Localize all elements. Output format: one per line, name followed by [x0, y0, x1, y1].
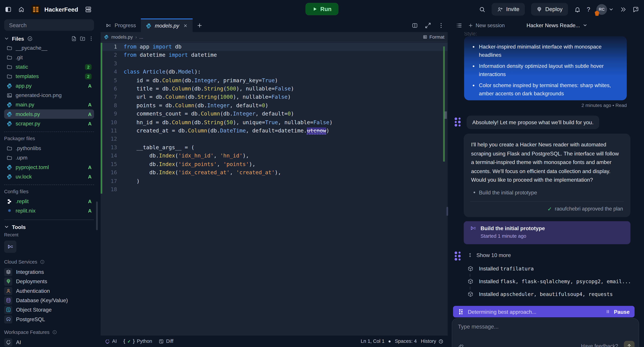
tab-progress[interactable]: Progress: [100, 19, 141, 32]
sidebar-item-postgresql[interactable]: PostgreSQL: [4, 314, 94, 324]
breadcrumb-file[interactable]: models.py: [111, 34, 133, 39]
code-text: url = db.Column(db.String(1000), nullabl…: [124, 93, 291, 102]
search-icon[interactable]: [479, 6, 486, 13]
file-item-.git[interactable]: .git: [4, 53, 94, 62]
sidebar-toggle-icon[interactable]: [5, 6, 12, 13]
new-tab-button[interactable]: [193, 19, 206, 32]
recent-progress-tool[interactable]: [4, 241, 16, 253]
status-ai[interactable]: AI: [105, 338, 117, 344]
sidebar-item-database-key-value[interactable]: Database (Key/Value): [4, 296, 94, 305]
sidebar-item-object-storage[interactable]: 1001Object Storage: [4, 305, 94, 314]
files-menu-icon[interactable]: [88, 36, 94, 42]
repl-resources-icon[interactable]: [85, 6, 92, 13]
sidebar-item-ai[interactable]: AI: [4, 337, 94, 347]
status-language[interactable]: {✓} Python: [124, 338, 152, 344]
history-button[interactable]: History: [421, 338, 444, 344]
task-card[interactable]: Build the initial prototype Started 1 mi…: [464, 221, 630, 244]
file-item-uv.lock[interactable]: uv.lockA: [4, 172, 94, 181]
file-item-static[interactable]: static2: [4, 62, 94, 72]
code-line[interactable]: 5 id = db.Column(db.Integer, primary_key…: [100, 76, 448, 85]
breadcrumb-more[interactable]: ...: [139, 34, 143, 39]
feedback-link[interactable]: Have feedback?: [581, 343, 618, 347]
file-item-__pycache__[interactable]: __pycache__: [4, 43, 94, 53]
split-view-icon[interactable]: [412, 22, 418, 29]
editor-menu-icon[interactable]: [438, 22, 444, 29]
file-item-app.py[interactable]: app.pyA: [4, 81, 94, 90]
editor-scrollbar-thumb[interactable]: [444, 112, 447, 119]
account-menu[interactable]: RC: [596, 4, 614, 15]
pause-button[interactable]: Pause: [605, 308, 630, 315]
code-line[interactable]: 18: [100, 185, 448, 194]
file-item-.upm[interactable]: .upm: [4, 153, 94, 162]
file-item-generated-icon.png[interactable]: generated-icon.png: [4, 91, 94, 100]
file-item-.pythonlibs[interactable]: .pythonlibs: [4, 144, 94, 153]
code-line[interactable]: 13 __table_args__ = (: [100, 143, 448, 152]
task-subtitle: Started 1 minute ago: [480, 233, 624, 239]
code-line[interactable]: 16 db.Index('idx_created_at', 'created_a…: [100, 169, 448, 177]
file-item-templates[interactable]: templates2: [4, 72, 94, 81]
file-checks-icon[interactable]: [27, 36, 33, 42]
panel-scrollbar-thumb[interactable]: [446, 207, 448, 216]
format-button[interactable]: Format: [422, 34, 444, 39]
sidebar-scrollbar-thumb[interactable]: [96, 201, 98, 230]
info-icon[interactable]: [52, 330, 57, 334]
code-line[interactable]: 8 points = db.Column(db.Integer, default…: [100, 102, 448, 110]
code-line[interactable]: 6 title = db.Column(db.String(500), null…: [100, 85, 448, 93]
show-more-button[interactable]: Show 10 more: [468, 252, 511, 258]
code-line[interactable]: 12: [100, 135, 448, 143]
new-folder-icon[interactable]: [80, 36, 85, 42]
sidebar-item-deployments[interactable]: Deployments: [4, 277, 94, 286]
tools-header[interactable]: Tools: [4, 222, 94, 231]
message-composer[interactable]: Type message... Have feedback?: [452, 318, 639, 347]
code-line[interactable]: 14 db.Index('idx_hn_id', 'hn_id'),: [100, 152, 448, 160]
project-title[interactable]: HackerFeed: [44, 6, 78, 13]
sidebar-item-integrations[interactable]: Integrations: [4, 267, 94, 277]
home-icon[interactable]: [18, 6, 25, 13]
session-list-icon[interactable]: [456, 22, 462, 29]
search-input[interactable]: Search: [4, 19, 94, 31]
indentation[interactable]: Spaces: 4: [395, 338, 417, 344]
expand-icon[interactable]: [425, 22, 431, 29]
file-item-pyproject.toml[interactable]: pyproject.tomlA: [4, 162, 94, 172]
notifications-icon[interactable]: [574, 6, 580, 13]
tab-models-py[interactable]: models.py: [141, 19, 193, 32]
run-button[interactable]: Run: [306, 3, 338, 15]
chevron-down-icon[interactable]: [4, 36, 9, 41]
deploy-button[interactable]: Deploy: [531, 3, 568, 16]
session-title[interactable]: Hacker News Reade...: [526, 19, 588, 32]
project-icon[interactable]: [31, 5, 40, 14]
code-line[interactable]: 10 hn_id = db.Column(db.String(50), uniq…: [100, 118, 448, 127]
replit-agent-logo: [458, 308, 464, 315]
send-button[interactable]: [624, 341, 634, 347]
file-item-.replit[interactable]: .replitA: [4, 197, 94, 206]
file-item-scraper.py[interactable]: scraper.pyA: [4, 119, 94, 128]
ai-chat-icon[interactable]: [632, 6, 639, 13]
file-item-main.py[interactable]: main.pyA: [4, 100, 94, 109]
composer-placeholder: Type message...: [458, 323, 633, 330]
file-item-replit.nix[interactable]: ❄replit.nixA: [4, 206, 94, 215]
file-item-models.py[interactable]: models.pyA: [4, 109, 94, 119]
cursor-position[interactable]: Ln 1, Col 1: [361, 338, 384, 344]
code-line[interactable]: 17 ): [100, 177, 448, 185]
invite-button[interactable]: Invite: [492, 3, 525, 16]
help-icon[interactable]: ?: [587, 6, 590, 13]
code-line[interactable]: 3: [100, 60, 448, 68]
code-line[interactable]: 9 comments_count = db.Column(db.Integer,…: [100, 110, 448, 118]
code-line[interactable]: 7 url = db.Column(db.String(1000), nulla…: [100, 93, 448, 102]
close-tab-icon[interactable]: [183, 24, 188, 28]
file-name: main.py: [16, 102, 85, 108]
attach-icon[interactable]: [458, 343, 464, 347]
code-line[interactable]: 15 db.Index('idx_points', 'points'),: [100, 160, 448, 169]
new-session-button[interactable]: New session: [468, 22, 505, 28]
connector-line: [470, 274, 470, 277]
code-line[interactable]: 2from datetime import datetime: [100, 51, 448, 60]
new-file-icon[interactable]: [71, 36, 77, 42]
sidebar-item-authentication[interactable]: Authentication: [4, 286, 94, 295]
code-line[interactable]: 11 created_at = db.Column(db.DateTime, d…: [100, 127, 448, 135]
code-line[interactable]: 4class Article(db.Model):: [100, 68, 448, 76]
status-diff[interactable]: Diff: [159, 338, 174, 344]
code-line[interactable]: 1from app import db: [100, 43, 448, 51]
code-editor[interactable]: 1from app import db2from datetime import…: [100, 42, 448, 335]
info-icon[interactable]: [40, 259, 44, 264]
collapse-right-icon[interactable]: [620, 6, 626, 13]
